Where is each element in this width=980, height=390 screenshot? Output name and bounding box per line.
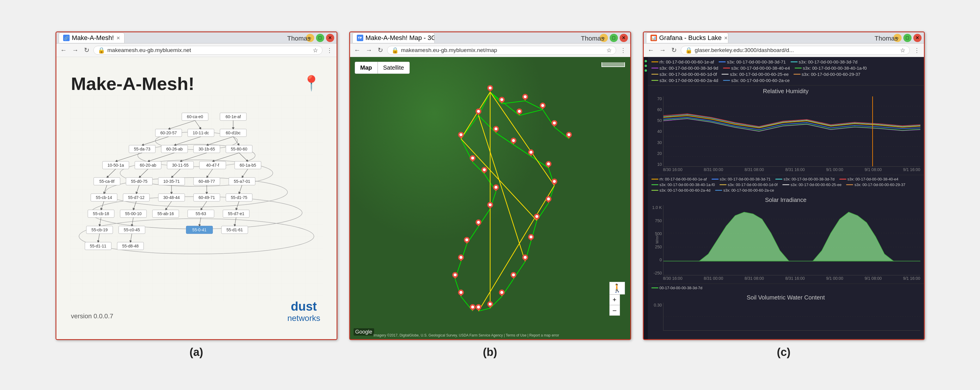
y-label-60: 60 <box>657 107 662 112</box>
close-btn-c[interactable]: ✕ <box>913 34 921 42</box>
svg-text:60-20-57: 60-20-57 <box>160 131 177 135</box>
address-bar-c[interactable]: 🔒 glaser.berkeley.edu:3000/dashboard/d..… <box>681 46 910 55</box>
zoom-in-btn[interactable]: + <box>609 294 620 305</box>
svg-line-119 <box>496 133 513 145</box>
lock-icon-a: 🔒 <box>98 47 105 54</box>
grafana-content: rh: 00-17-0d-00-00-60-1e-af s3x: 00-17-0… <box>644 57 924 339</box>
map-attribution: Imagery ©2017, DigitalGlobe, U.S. Geolog… <box>374 333 559 337</box>
chart3-y-axis: 0.30 <box>651 303 663 331</box>
svg-text:55-d0-75: 55-d0-75 <box>131 179 147 184</box>
tab-b[interactable]: 🗺 Make-A-Mesh! Map - 3G... ✕ <box>352 33 434 43</box>
chart2-svg <box>663 205 920 275</box>
toolbar-a: ← → ↻ 🔒 makeamesh.eu-gb.mybluemix.net ☆ … <box>56 43 337 57</box>
dust-logo: dust networks <box>287 299 320 323</box>
leg2-color-1 <box>711 179 719 179</box>
chart1-y-axis: 70 60 50 40 30 20 10 <box>651 96 663 167</box>
svg-text:10-35-71: 10-35-71 <box>163 179 180 184</box>
leg2-label-9: s3x: 00-17-0d-00-00-60-2a-ce <box>723 188 774 192</box>
x-label-5: 9/1 00:00 <box>826 167 843 172</box>
map-pin-icon: 📍 <box>302 75 320 92</box>
leg2-label-5: s3x: 00-17-0d-00-00-60-1d-0f <box>728 182 778 187</box>
back-btn-c[interactable]: ← <box>647 45 655 55</box>
tab-c[interactable]: 📊 Grafana - Bucks Lake ✕ <box>646 33 728 43</box>
maximize-btn-c[interactable]: □ <box>904 34 912 42</box>
x-label-2: 8/31 00:00 <box>704 167 723 172</box>
reload-btn-a[interactable]: ↻ <box>83 45 91 55</box>
map-overlay: Map Satellite <box>350 57 630 339</box>
svg-text:60-ca-e0: 60-ca-e0 <box>187 114 203 119</box>
svg-text:60-20-ab: 60-20-ab <box>140 163 156 168</box>
legend-label-5: s3x: 00-17-0d-00-00-38-40-1a-f0 <box>803 66 867 70</box>
svg-text:10-50-1a: 10-50-1a <box>107 163 124 168</box>
y-label-1k: 1.0 K <box>652 205 662 210</box>
chart2-area: 1.0 K 750 500 250 0 -250 W/m² <box>651 205 920 281</box>
menu-icon-c[interactable]: ⋮ <box>913 46 921 54</box>
lock-icon-b: 🔒 <box>391 47 399 54</box>
chart1-area: 70 60 50 40 30 20 10 <box>651 96 920 173</box>
map-pins-group <box>452 85 571 311</box>
back-btn-b[interactable]: ← <box>353 45 362 55</box>
maximize-btn-a[interactable]: □ <box>316 34 324 42</box>
address-bar-b[interactable]: 🔒 makeamesh.eu-gb.mybluemix.net/map ☆ <box>387 46 616 55</box>
extensions-icon-a[interactable]: ⋮ <box>325 46 334 54</box>
close-btn-a[interactable]: ✕ <box>326 34 334 42</box>
forward-btn-c[interactable]: → <box>659 45 667 55</box>
leg2-3: s3x: 00-17-0d-00-00-38-40-e4 <box>839 177 898 181</box>
legend-color-8 <box>794 74 800 75</box>
legend-item-4: s3x: 00-17-0d-00-00-38-40-e4 <box>723 66 790 70</box>
y-label-70: 70 <box>657 96 662 101</box>
leg2-9: s3x: 00-17-0d-00-00-60-2a-ce <box>715 188 774 192</box>
maximize-btn-b[interactable]: □ <box>610 34 618 42</box>
leg2-color-9 <box>715 190 722 191</box>
map-person-icon[interactable]: 🚶 <box>609 282 625 294</box>
legend-color-0 <box>651 61 659 62</box>
legend-color-5 <box>795 67 802 69</box>
chart1-title: Relative Humidity <box>651 88 920 94</box>
tab-close-a[interactable]: ✕ <box>116 35 120 41</box>
back-btn-a[interactable]: ← <box>59 45 68 55</box>
svg-line-146 <box>479 115 525 262</box>
grafana-legend-mid: rh: 00-17-0d-00-00-60-1e-af s3x: 00-17-0… <box>648 175 924 194</box>
caption-c: (c) <box>777 346 790 358</box>
legend-label-7: s3x: 00-17-0d-00-00-60-25-ee <box>730 72 789 77</box>
forward-btn-a[interactable]: → <box>71 45 80 55</box>
titlebar-b: 🗺 Make-A-Mesh! Map - 3G... ✕ Thomas – □ … <box>350 32 630 43</box>
chart3-svg <box>663 303 920 330</box>
x-label-7: 9/1 16:00 <box>903 167 920 172</box>
legend-color-3 <box>651 67 659 69</box>
lock-icon-c: 🔒 <box>685 47 692 54</box>
y-label-30: 30 <box>657 140 662 145</box>
close-btn-b[interactable]: ✕ <box>620 34 628 42</box>
leg2-label-3: s3x: 00-17-0d-00-00-38-40-e4 <box>848 177 898 181</box>
svg-text:60-48-77: 60-48-77 <box>198 179 215 184</box>
y-label-40: 40 <box>657 129 662 134</box>
legend-label-0: rh: 00-17-0d-00-00-60-1e-af <box>660 59 714 64</box>
svg-text:55-63: 55-63 <box>196 211 206 216</box>
address-bar-a[interactable]: 🔒 makeamesh.eu-gb.mybluemix.net ☆ <box>93 46 323 55</box>
reload-btn-c[interactable]: ↻ <box>670 45 678 55</box>
leg2-5: s3x: 00-17-0d-00-00-60-1d-0f <box>719 182 778 187</box>
menu-icon-b[interactable]: ⋮ <box>619 46 627 54</box>
legend-label-3: s3x: 00-17-0d-00-00-38-3d-9d <box>660 66 718 70</box>
satellite-btn[interactable]: Satellite <box>378 62 410 74</box>
legend-item-1: s3x: 00-17-0d-00-00-38-3d-71 <box>719 59 786 64</box>
x-label-6: 9/1 08:00 <box>865 167 881 172</box>
x-label-4: 8/31 16:00 <box>785 167 805 172</box>
bookmark-icon-a: ☆ <box>313 47 318 54</box>
map-toggle-bar: Map Satellite <box>355 62 410 74</box>
legend-color-9 <box>651 80 659 81</box>
svg-text:60-1e-af: 60-1e-af <box>225 114 240 119</box>
legend-item-0: rh: 00-17-0d-00-00-60-1e-af <box>651 59 714 64</box>
reload-btn-b[interactable]: ↻ <box>377 45 384 55</box>
legend-item-6: s3x: 00-17-0d-00-00-60-1d-0f <box>651 72 717 77</box>
forward-btn-b[interactable]: → <box>365 45 374 55</box>
toolbar-b: ← → ↻ 🔒 makeamesh.eu-gb.mybluemix.net/ma… <box>350 43 630 57</box>
version-text: version 0.0.0.7 <box>71 312 113 320</box>
zoom-out-btn[interactable]: – <box>609 305 620 316</box>
grafana-legend-top: rh: 00-17-0d-00-00-60-1e-af s3x: 00-17-0… <box>648 57 924 86</box>
dust-logo-sub: networks <box>287 313 320 323</box>
svg-text:30-1b-65: 30-1b-65 <box>198 147 215 151</box>
tab-a[interactable]: 🔗 Make-A-Mesh! ✕ <box>59 33 124 43</box>
tab-close-c[interactable]: ✕ <box>724 35 728 41</box>
map-btn[interactable]: Map <box>355 62 378 74</box>
